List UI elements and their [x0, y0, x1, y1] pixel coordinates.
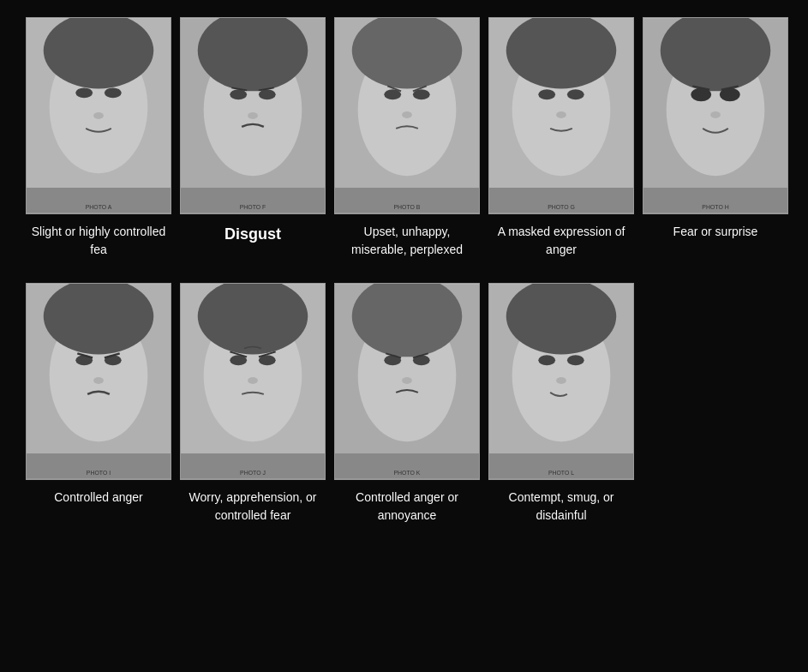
svg-text:PHOTO J: PHOTO J: [240, 470, 266, 476]
photo-caption: Disgust: [220, 223, 285, 266]
svg-text:PHOTO H: PHOTO H: [702, 204, 728, 210]
row-1: PHOTO A Slight or highly controlled fea …: [26, 17, 782, 266]
photo-frame: PHOTO I: [26, 283, 171, 480]
photo-item: PHOTO L Contempt, smug, or disdainful: [488, 283, 634, 531]
svg-point-81: [556, 377, 566, 384]
svg-point-25: [402, 111, 412, 118]
photo-frame: PHOTO K: [334, 283, 480, 480]
photo-frame: PHOTO F: [180, 17, 326, 214]
photo-caption: A masked expression of anger: [488, 223, 634, 266]
svg-point-12: [259, 89, 276, 99]
svg-text:PHOTO L: PHOTO L: [548, 470, 574, 476]
photo-item: PHOTO H Fear or surprise: [643, 17, 788, 266]
row-2: PHOTO I Controlled anger PHOTO J Worry, …: [26, 283, 782, 531]
svg-point-53: [93, 377, 104, 384]
photo-item: PHOTO G A masked expression of anger: [488, 17, 634, 266]
photo-caption: Fear or surprise: [669, 223, 763, 266]
photo-caption: Controlled anger or annoyance: [334, 489, 480, 531]
photo-frame: PHOTO H: [643, 17, 788, 214]
photo-item: PHOTO A Slight or highly controlled fea: [26, 17, 171, 266]
svg-text:PHOTO K: PHOTO K: [394, 470, 421, 476]
photo-item: PHOTO J Worry, apprehension, or controll…: [180, 283, 326, 531]
photo-caption: Worry, apprehension, or controlled fear: [180, 489, 326, 531]
svg-point-11: [230, 89, 247, 99]
photo-frame: PHOTO L: [488, 283, 634, 480]
photo-frame: PHOTO G: [488, 17, 634, 214]
photo-item: PHOTO K Controlled anger or annoyance: [334, 283, 480, 531]
svg-text:PHOTO F: PHOTO F: [240, 204, 266, 210]
photo-item: PHOTO F Disgust: [180, 17, 326, 266]
svg-point-15: [248, 112, 258, 119]
photo-item: PHOTO I Controlled anger: [26, 283, 171, 531]
svg-point-4: [105, 87, 122, 98]
svg-point-31: [538, 89, 555, 99]
svg-point-43: [710, 111, 721, 118]
svg-point-3: [75, 87, 93, 98]
photo-caption: Contempt, smug, or disdainful: [488, 489, 634, 531]
photo-caption: Upset, unhappy, miserable, perplexed: [334, 223, 480, 266]
photo-caption: Slight or highly controlled fea: [26, 223, 171, 266]
svg-text:PHOTO A: PHOTO A: [86, 204, 112, 210]
svg-point-32: [567, 89, 584, 99]
photo-frame: PHOTO J: [180, 283, 326, 480]
svg-text:PHOTO B: PHOTO B: [394, 204, 421, 210]
photo-item: [643, 283, 782, 531]
svg-point-63: [248, 377, 258, 384]
svg-point-79: [538, 355, 555, 365]
svg-text:PHOTO G: PHOTO G: [548, 204, 575, 210]
photo-item: PHOTO B Upset, unhappy, miserable, perpl…: [334, 17, 480, 266]
svg-point-80: [567, 355, 584, 365]
svg-point-5: [93, 112, 104, 119]
photo-frame: PHOTO B: [334, 17, 480, 214]
photo-frame: PHOTO A: [26, 17, 171, 214]
svg-point-73: [402, 377, 412, 384]
photo-caption: Controlled anger: [50, 489, 147, 531]
svg-text:PHOTO I: PHOTO I: [87, 470, 111, 476]
svg-point-33: [556, 111, 566, 118]
